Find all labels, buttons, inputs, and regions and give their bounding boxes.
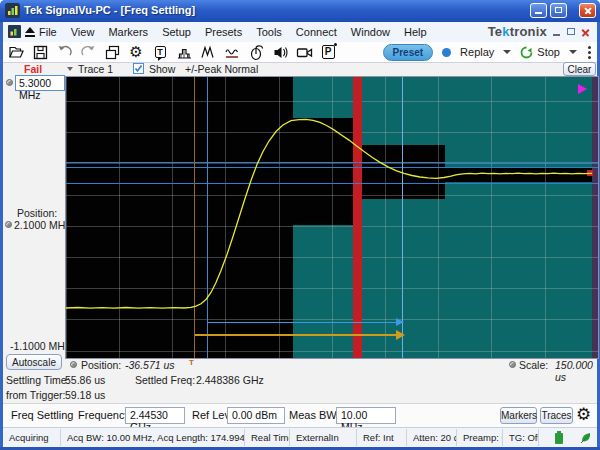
show-checkbox[interactable] <box>133 63 144 74</box>
clear-button[interactable]: Clear <box>563 62 596 76</box>
traces-button[interactable]: Traces <box>540 407 573 424</box>
xaxis-scale-value[interactable]: 150.000 us <box>555 359 597 383</box>
mdi-minimize-icon[interactable] <box>553 28 563 37</box>
tektronix-logo: Tektronix <box>488 24 547 39</box>
stop-dropdown-caret[interactable] <box>569 50 577 54</box>
measurement-name: Freq Settling <box>11 409 73 421</box>
markers-button[interactable]: Markers <box>500 407 537 424</box>
mdi-close-icon[interactable] <box>581 28 591 37</box>
battery-icon <box>554 431 564 445</box>
preset-p-icon[interactable]: P <box>319 43 337 61</box>
status-tg: TG: Off <box>503 429 539 446</box>
pass-fail-status: Fail <box>24 63 42 75</box>
status-real-time: Real Time <box>245 429 290 446</box>
trace-control-row: Fail Trace 1 Show +/-Peak Normal Clear <box>3 62 597 77</box>
menu-setup[interactable]: Setup <box>162 26 191 38</box>
settings-gear-icon-bottom[interactable]: ⚙ <box>576 405 591 423</box>
close-button[interactable] <box>579 3 596 18</box>
eject-icon[interactable] <box>25 27 35 37</box>
from-trigger-value: 59.18 us <box>65 389 105 401</box>
ref-lev-label: Ref Lev <box>192 409 230 421</box>
yaxis-position-value[interactable]: 2.1000 MHz <box>14 219 71 231</box>
trace-svg <box>66 77 598 358</box>
frequency-input[interactable]: 2.44530 GHz <box>125 407 185 424</box>
menu-window[interactable]: Window <box>351 26 390 38</box>
menu-file[interactable]: File <box>39 26 57 38</box>
from-trigger-label: from Trigger: <box>6 389 66 401</box>
pulse-display-icon[interactable] <box>175 43 193 61</box>
yaxis-top-knob-icon[interactable] <box>6 79 13 86</box>
app-window: Tek SignalVu-PC - [Freq Settling] File V… <box>0 0 600 450</box>
xaxis-position-value[interactable]: -36.571 us <box>125 359 175 371</box>
menu-tools[interactable]: Tools <box>256 26 282 38</box>
settled-freq-label: Settled Freq: <box>135 374 195 386</box>
stop-button[interactable]: Stop <box>537 46 560 58</box>
more-options-icon[interactable] <box>588 46 591 59</box>
replay-dropdown-caret[interactable] <box>503 50 511 54</box>
mouse-icon[interactable] <box>247 43 265 61</box>
settling-time-label: Settling Time: <box>6 374 70 386</box>
menu-items: File View Markers Setup Presets Tools Co… <box>39 22 427 42</box>
leaf-icon <box>579 431 593 444</box>
status-atten: Atten: 20 dB <box>407 429 457 446</box>
status-input: ExternalIn <box>290 429 357 446</box>
undo-icon[interactable] <box>55 43 73 61</box>
status-acq-bw: Acq BW: 10.00 MHz, Acq Length: 174.994 u… <box>61 429 245 446</box>
title-bar: Tek SignalVu-PC - [Freq Settling] <box>0 0 600 22</box>
xaxis-scale-knob-icon[interactable] <box>509 361 516 368</box>
detector-label: +/-Peak Normal <box>185 63 258 75</box>
yaxis-position-label: Position: <box>17 207 57 219</box>
yaxis-bottom-label: -1.1000 MHz <box>10 340 70 352</box>
show-label: Show <box>149 63 175 75</box>
run-status-icon <box>520 46 533 59</box>
trace-wave-icon[interactable] <box>223 43 241 61</box>
open-icon[interactable] <box>7 43 25 61</box>
meas-bw-label: Meas BW <box>289 409 337 421</box>
xaxis-scale-label: Scale: <box>519 359 548 371</box>
toolbar: ⚙ T <box>3 42 597 63</box>
autoscale-button[interactable]: Autoscale <box>6 354 62 370</box>
menu-markers[interactable]: Markers <box>108 26 148 38</box>
menu-bar: File View Markers Setup Presets Tools Co… <box>3 22 597 43</box>
window-title: Tek SignalVu-PC - [Freq Settling] <box>24 4 195 16</box>
preset-button[interactable]: Preset <box>383 44 434 61</box>
trace-peaks-icon[interactable] <box>199 43 217 61</box>
ref-lev-input[interactable]: 0.00 dBm <box>227 407 285 424</box>
menu-view[interactable]: View <box>71 26 95 38</box>
yaxis-top-field[interactable]: 5.3000 MHz <box>15 75 65 91</box>
menu-help[interactable]: Help <box>404 26 427 38</box>
frequency-label: Frequency <box>78 409 130 421</box>
status-acquiring: Acquiring <box>3 429 61 446</box>
trace-selector[interactable]: Trace 1 <box>78 63 113 75</box>
menu-connect[interactable]: Connect <box>296 26 337 38</box>
maximize-button[interactable] <box>550 3 567 18</box>
app-icon <box>5 3 20 18</box>
xaxis-position-knob-icon[interactable] <box>70 361 77 368</box>
save-icon[interactable] <box>31 43 49 61</box>
menu-presets[interactable]: Presets <box>205 26 242 38</box>
document-mini-icon[interactable] <box>8 25 21 38</box>
status-ref: Ref: Int <box>357 429 407 446</box>
status-preamp: Preamp: Off <box>457 429 503 446</box>
plot-area[interactable] <box>65 76 599 359</box>
mdi-restore-icon[interactable] <box>567 28 577 37</box>
camera-icon[interactable] <box>295 43 313 61</box>
trace-dropdown-caret[interactable] <box>67 67 73 71</box>
text-marker-icon[interactable]: T <box>151 43 169 61</box>
settling-time-value: 55.86 us <box>65 374 105 386</box>
measurement-control-bar: Freq Settling Frequency 2.44530 GHz Ref … <box>3 403 597 428</box>
meas-bw-input[interactable]: 10.00 MHz <box>336 407 396 424</box>
yaxis-position-knob-icon[interactable] <box>5 221 12 228</box>
status-bar: Acquiring Acq BW: 10.00 MHz, Acq Length:… <box>3 427 597 447</box>
settings-gear-icon[interactable]: ⚙ <box>127 43 145 61</box>
audio-icon[interactable] <box>271 43 289 61</box>
xaxis-position-label: Position: <box>81 359 121 371</box>
redo-icon[interactable] <box>79 43 97 61</box>
trigger-t-marker[interactable]: T <box>189 358 194 367</box>
displays-icon[interactable] <box>103 43 121 61</box>
replay-button[interactable]: Replay <box>460 46 494 58</box>
settled-freq-value: 2.448386 GHz <box>196 374 264 386</box>
minimize-button[interactable] <box>530 3 547 18</box>
client-area: File View Markers Setup Presets Tools Co… <box>3 22 597 447</box>
replay-status-icon <box>442 48 451 57</box>
